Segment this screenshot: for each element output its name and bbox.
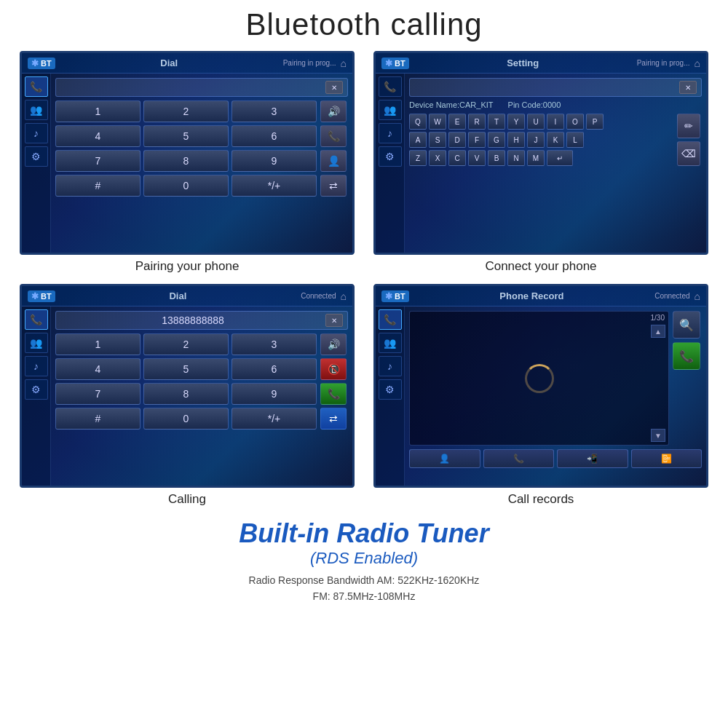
- setting-clear-btn[interactable]: ✕: [679, 81, 697, 94]
- rb-missed-btn[interactable]: 📴: [631, 449, 703, 468]
- setting-input: ✕: [409, 78, 702, 97]
- screen-label-pairing: Pairing your phone: [135, 259, 240, 274]
- clear-button[interactable]: ✕: [325, 81, 343, 94]
- c-key-hash[interactable]: #: [55, 408, 141, 430]
- contacts-button[interactable]: 👤: [320, 150, 347, 172]
- c-accept-button[interactable]: 📞: [320, 383, 347, 405]
- c-key-6[interactable]: 6: [232, 358, 317, 380]
- kb-row-1: Q W E R T Y U I O P: [409, 114, 674, 130]
- screen-label-calling: Calling: [168, 492, 206, 507]
- key-g[interactable]: G: [488, 132, 505, 148]
- sidebar-music-icon-2[interactable]: ♪: [379, 123, 402, 143]
- key-x[interactable]: X: [429, 150, 446, 166]
- keypad-grid-calling: 1 2 3 4 5 6 7 8 9 # 0 */+: [55, 333, 317, 430]
- key-p[interactable]: P: [586, 114, 604, 130]
- kb-edit-btn[interactable]: ✏: [677, 114, 700, 138]
- bt-badge-calling: ✱ BT: [28, 290, 55, 302]
- c-key-3[interactable]: 3: [232, 333, 317, 355]
- key-5[interactable]: 5: [143, 125, 229, 147]
- sidebar-phone-icon[interactable]: 📞: [25, 76, 48, 97]
- c-transfer-button[interactable]: ⇄: [320, 408, 347, 430]
- key-3[interactable]: 3: [232, 100, 317, 122]
- scroll-down-btn[interactable]: ▼: [651, 429, 665, 442]
- scroll-up-btn[interactable]: ▲: [651, 325, 665, 338]
- key-v[interactable]: V: [468, 150, 486, 166]
- key-h[interactable]: H: [507, 132, 525, 148]
- key-l[interactable]: L: [566, 132, 584, 148]
- key-6[interactable]: 6: [232, 125, 317, 147]
- c-speaker-button[interactable]: 🔊: [320, 333, 347, 355]
- key-e[interactable]: E: [448, 114, 466, 130]
- key-d[interactable]: D: [448, 132, 466, 148]
- sidebar-phone-icon-3[interactable]: 📞: [25, 309, 48, 330]
- bluetooth-icon-2: ✱: [385, 58, 392, 68]
- call-button-records[interactable]: 📞: [673, 342, 700, 370]
- key-2[interactable]: 2: [143, 100, 229, 122]
- key-8[interactable]: 8: [143, 150, 229, 172]
- clear-button-calling[interactable]: ✕: [325, 314, 343, 327]
- transfer-button[interactable]: ⇄: [320, 175, 347, 197]
- key-star[interactable]: */+: [232, 175, 317, 197]
- key-n[interactable]: N: [507, 150, 525, 166]
- key-m[interactable]: M: [527, 150, 545, 166]
- sidebar-contacts-icon[interactable]: 👥: [25, 100, 48, 120]
- sidebar-music-icon-3[interactable]: ♪: [25, 356, 48, 376]
- key-w[interactable]: W: [429, 114, 446, 130]
- key-b[interactable]: B: [488, 150, 505, 166]
- key-i[interactable]: I: [547, 114, 564, 130]
- key-0[interactable]: 0: [143, 175, 229, 197]
- key-f[interactable]: F: [468, 132, 486, 148]
- key-a[interactable]: A: [409, 132, 427, 148]
- dial-title: Dial: [55, 58, 283, 68]
- rb-contacts-btn[interactable]: 👤: [409, 449, 480, 468]
- key-q[interactable]: Q: [409, 114, 427, 130]
- key-r[interactable]: R: [468, 114, 486, 130]
- speaker-button[interactable]: 🔊: [320, 100, 347, 122]
- key-1[interactable]: 1: [55, 100, 141, 122]
- key-9[interactable]: 9: [232, 150, 317, 172]
- c-key-8[interactable]: 8: [143, 383, 229, 405]
- sidebar-phone-icon-2[interactable]: 📞: [379, 76, 402, 97]
- sidebar-settings-icon[interactable]: ⚙: [25, 146, 48, 167]
- rb-call-btn[interactable]: 📞: [483, 449, 555, 468]
- sidebar-settings-icon-3[interactable]: ⚙: [25, 379, 48, 400]
- c-key-5[interactable]: 5: [143, 358, 229, 380]
- key-y[interactable]: Y: [507, 114, 525, 130]
- sidebar-phone-icon-4[interactable]: 📞: [379, 309, 402, 330]
- key-u[interactable]: U: [527, 114, 545, 130]
- key-z[interactable]: Z: [409, 150, 427, 166]
- key-s[interactable]: S: [429, 132, 446, 148]
- setting-title: Setting: [409, 58, 637, 68]
- sidebar-settings-icon-4[interactable]: ⚙: [379, 379, 402, 400]
- key-j[interactable]: J: [527, 132, 545, 148]
- c-key-0[interactable]: 0: [143, 408, 229, 430]
- key-7[interactable]: 7: [55, 150, 141, 172]
- sidebar-music-icon-4[interactable]: ♪: [379, 356, 402, 376]
- c-key-4[interactable]: 4: [55, 358, 141, 380]
- sidebar-music-icon[interactable]: ♪: [25, 123, 48, 143]
- key-t[interactable]: T: [488, 114, 505, 130]
- sidebar-settings-icon-2[interactable]: ⚙: [379, 146, 402, 167]
- kb-backspace-btn[interactable]: ⌫: [677, 141, 700, 166]
- rb-incoming-btn[interactable]: 📲: [557, 449, 628, 468]
- key-enter[interactable]: ↵: [547, 150, 573, 166]
- key-hash[interactable]: #: [55, 175, 141, 197]
- c-key-2[interactable]: 2: [143, 333, 229, 355]
- sidebar-contacts-icon-2[interactable]: 👥: [379, 100, 402, 120]
- c-key-1[interactable]: 1: [55, 333, 141, 355]
- key-k[interactable]: K: [547, 132, 564, 148]
- calling-number-text: 13888888888: [60, 314, 325, 326]
- key-4[interactable]: 4: [55, 125, 141, 147]
- c-key-9[interactable]: 9: [232, 383, 317, 405]
- c-key-star[interactable]: */+: [232, 408, 317, 430]
- key-c[interactable]: C: [448, 150, 466, 166]
- c-end-call-button[interactable]: 📵: [320, 358, 347, 380]
- screen-label-records: Call records: [508, 492, 574, 507]
- sidebar-contacts-icon-3[interactable]: 👥: [25, 333, 48, 353]
- sidebar-contacts-icon-4[interactable]: 👥: [379, 333, 402, 353]
- car-screen-pairing: ✱ BT Dial Pairing in prog... ⌂ 📞 👥 ♪ ⚙: [20, 51, 355, 255]
- key-o[interactable]: O: [566, 114, 584, 130]
- search-button[interactable]: 🔍: [673, 311, 700, 339]
- c-key-7[interactable]: 7: [55, 383, 141, 405]
- end-call-button[interactable]: 📞: [320, 125, 347, 147]
